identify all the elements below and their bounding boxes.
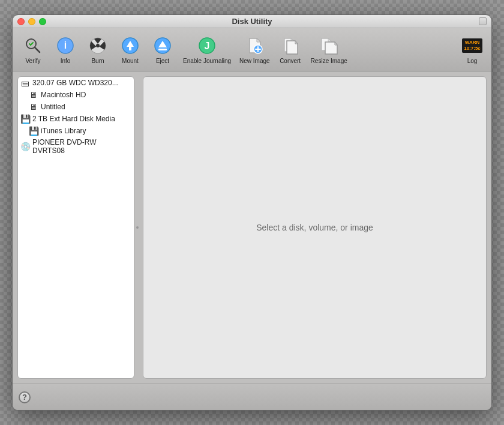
sidebar-item-vol2-label: Untitled xyxy=(41,103,65,111)
toolbar: Verify i Info xyxy=(13,28,491,71)
volume2-icon: 🖥 xyxy=(29,102,38,112)
eject-icon xyxy=(152,35,173,56)
log-badge: WARN 10:7:5c xyxy=(462,38,482,52)
burn-icon xyxy=(87,35,109,56)
sidebar-item-disk3-label: PIONEER DVD-RW DVRTS08 xyxy=(32,138,130,155)
mount-button[interactable]: Mount xyxy=(115,32,146,67)
log-button[interactable]: WARN 10:7:5c Log xyxy=(458,32,487,67)
sidebar-item-ext-disk[interactable]: 💾 2 TB Ext Hard Disk Media xyxy=(18,113,134,125)
eject-button[interactable]: Eject xyxy=(147,32,178,67)
log-badge-line2: 10:7:5c xyxy=(464,46,481,52)
info-button[interactable]: i Info xyxy=(50,32,81,67)
resize-image-button[interactable]: Resize Image xyxy=(307,32,351,67)
svg-text:i: i xyxy=(64,40,67,50)
itunes-icon: 💾 xyxy=(29,126,38,136)
verify-icon xyxy=(22,35,44,56)
maximize-button[interactable] xyxy=(39,18,46,25)
ext-disk-icon: 💾 xyxy=(20,114,30,124)
svg-rect-10 xyxy=(129,47,131,50)
volume-icon: 🖥 xyxy=(29,90,38,100)
info-label: Info xyxy=(61,58,71,64)
sidebar-item-vol1-label: Macintosh HD xyxy=(41,91,86,99)
sidebar-item-vol3-label: iTunes Library xyxy=(41,127,86,135)
burn-label: Burn xyxy=(91,58,104,64)
detail-placeholder: Select a disk, volume, or image xyxy=(256,223,373,232)
hdd-icon: 🖴 xyxy=(20,78,30,88)
titlebar: Disk Utility xyxy=(13,15,491,28)
resize-button[interactable] xyxy=(479,17,487,25)
sidebar-resizer[interactable] xyxy=(134,76,140,379)
sidebar-item-itunes[interactable]: 💾 iTunes Library xyxy=(18,125,134,137)
sidebar-item-disk1-label: 320.07 GB WDC WD320... xyxy=(32,79,118,87)
sidebar-item-untitled[interactable]: 🖥 Untitled xyxy=(18,101,134,113)
disk-utility-window: Disk Utility Verify i xyxy=(12,14,492,411)
detail-panel: Select a disk, volume, or image xyxy=(143,76,487,379)
convert-button[interactable]: Convert xyxy=(275,32,306,67)
convert-label: Convert xyxy=(280,58,301,64)
mount-label: Mount xyxy=(122,58,139,64)
burn-button[interactable]: Burn xyxy=(82,32,113,67)
enable-journaling-button[interactable]: J Enable Journaling xyxy=(179,32,235,67)
help-button[interactable]: ? xyxy=(19,391,31,403)
convert-icon xyxy=(280,35,301,56)
sidebar-item-disk2-label: 2 TB Ext Hard Disk Media xyxy=(32,115,115,123)
sidebar-item-dvd[interactable]: 💿 PIONEER DVD-RW DVRTS08 xyxy=(18,137,134,156)
help-label: ? xyxy=(22,393,27,402)
new-image-label: New Image xyxy=(239,58,270,64)
traffic-lights xyxy=(17,18,46,25)
resizer-handle xyxy=(136,226,139,229)
info-icon: i xyxy=(55,35,76,56)
log-icon: WARN 10:7:5c xyxy=(461,35,483,56)
sidebar-item-macintosh-hd[interactable]: 🖥 Macintosh HD xyxy=(18,89,134,101)
sidebar-item-disk1[interactable]: 🖴 320.07 GB WDC WD320... xyxy=(18,77,134,89)
journaling-icon: J xyxy=(196,35,218,56)
log-label: Log xyxy=(467,58,478,64)
sidebar: 🖴 320.07 GB WDC WD320... 🖥 Macintosh HD … xyxy=(17,76,134,379)
resize-image-icon xyxy=(318,35,340,56)
eject-label: Eject xyxy=(156,58,169,64)
verify-label: Verify xyxy=(25,58,40,64)
main-content: 🖴 320.07 GB WDC WD320... 🖥 Macintosh HD … xyxy=(13,71,491,384)
new-image-icon xyxy=(244,35,265,56)
svg-text:J: J xyxy=(205,41,210,51)
log-badge-line1: WARN xyxy=(464,40,481,46)
svg-line-3 xyxy=(31,43,33,45)
verify-button[interactable]: Verify xyxy=(17,32,49,67)
dvd-icon: 💿 xyxy=(20,142,30,151)
mount-icon xyxy=(119,35,141,56)
svg-rect-13 xyxy=(158,49,167,50)
new-image-button[interactable]: New Image xyxy=(236,32,274,67)
bottom-bar: ? xyxy=(13,384,491,410)
enable-journaling-label: Enable Journaling xyxy=(183,58,231,64)
minimize-button[interactable] xyxy=(28,18,35,25)
svg-line-1 xyxy=(35,47,40,52)
close-button[interactable] xyxy=(17,18,25,25)
window-title: Disk Utility xyxy=(232,17,272,26)
svg-point-7 xyxy=(96,44,100,47)
resize-image-label: Resize Image xyxy=(311,58,347,64)
